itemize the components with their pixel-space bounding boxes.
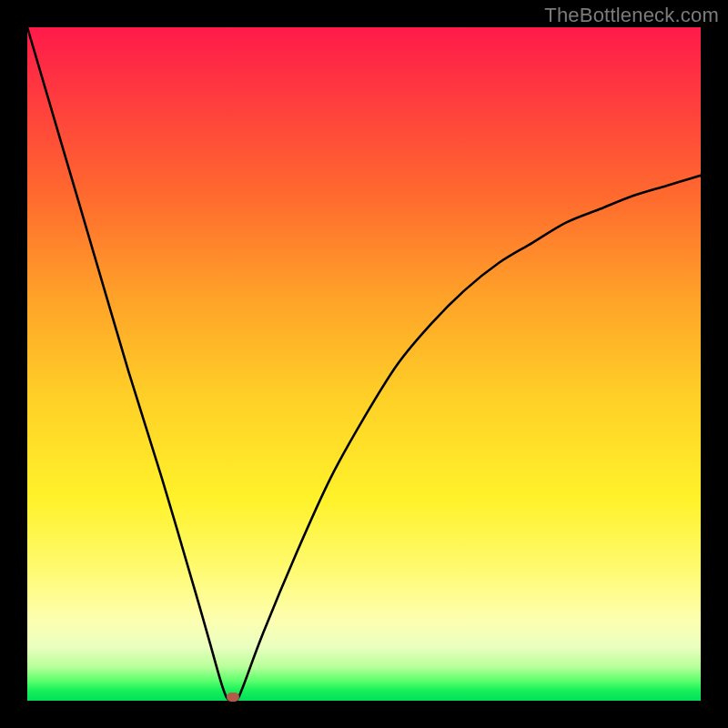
optimal-point-marker [227,693,239,702]
bottleneck-curve [27,27,701,701]
chart-frame: TheBottleneck.com [0,0,728,728]
watermark-text: TheBottleneck.com [544,4,719,27]
plot-area [27,27,701,701]
